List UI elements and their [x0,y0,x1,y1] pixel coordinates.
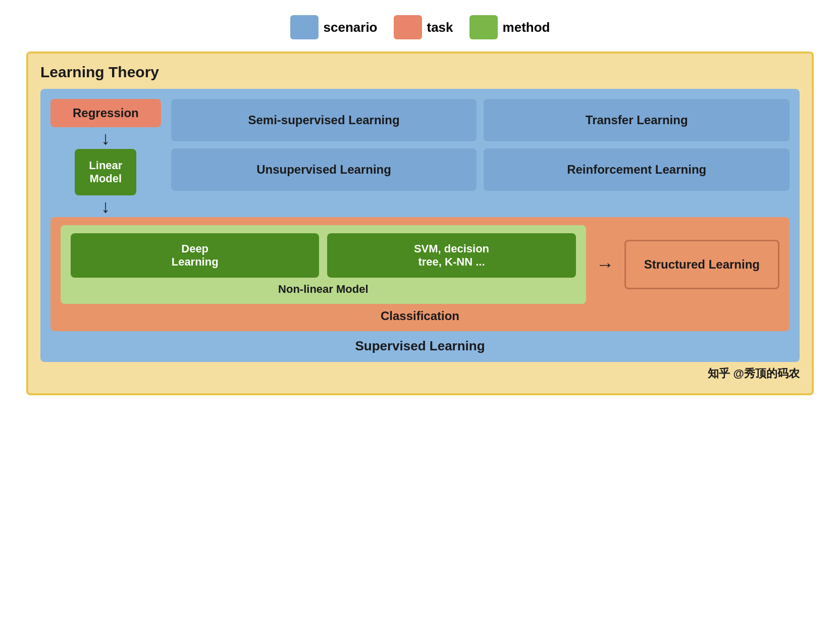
learning-theory-frame: Learning Theory Regression ↓ Linear Mode… [26,51,814,395]
legend-method: method [469,15,550,39]
reinforcement-box: Reinforcement Learning [484,148,790,191]
scenario-row-2: Unsupervised Learning Reinforcement Lear… [171,148,790,191]
svm-box: SVM, decision tree, K-NN ... [327,233,575,278]
legend-scenario: scenario [290,15,378,39]
semi-supervised-box: Semi-supervised Learning [171,99,477,141]
watermark: 知乎 @秀顶的码农 [40,366,800,381]
arrow-down-2: ↓ [101,195,110,217]
classification-block: Deep Learning SVM, decision tree, K-NN .… [50,217,790,331]
nonlinear-block: Deep Learning SVM, decision tree, K-NN .… [61,225,586,304]
task-label: task [427,20,453,35]
nonlinear-inner: Deep Learning SVM, decision tree, K-NN .… [71,233,576,278]
scenario-row-1: Semi-supervised Learning Transfer Learni… [171,99,790,141]
supervised-learning-block: Regression ↓ Linear Model ↓ Semi-supervi… [40,89,800,362]
linear-model-box: Linear Model [75,149,136,195]
transfer-learning-box: Transfer Learning [484,99,790,141]
nonlinear-row: Deep Learning SVM, decision tree, K-NN .… [61,225,779,304]
structured-learning-box: Structured Learning [624,240,779,289]
learning-theory-title: Learning Theory [40,64,800,81]
left-column: Regression ↓ Linear Model ↓ [50,99,161,217]
scenario-label: scenario [324,20,378,35]
scenario-color-box [290,15,319,39]
scenario-grid: Semi-supervised Learning Transfer Learni… [171,99,790,191]
classification-label: Classification [61,309,779,323]
legend: scenario task method [290,15,550,39]
unsupervised-box: Unsupervised Learning [171,148,477,191]
arrow-right: → [596,254,614,275]
nonlinear-label: Non-linear Model [71,283,576,296]
arrow-down-1: ↓ [101,127,110,149]
method-color-box [469,15,498,39]
regression-box: Regression [50,99,161,127]
supervised-label: Supervised Learning [50,331,790,362]
method-label: method [503,20,550,35]
task-color-box [394,15,422,39]
deep-learning-box: Deep Learning [71,233,319,278]
legend-task: task [394,15,453,39]
